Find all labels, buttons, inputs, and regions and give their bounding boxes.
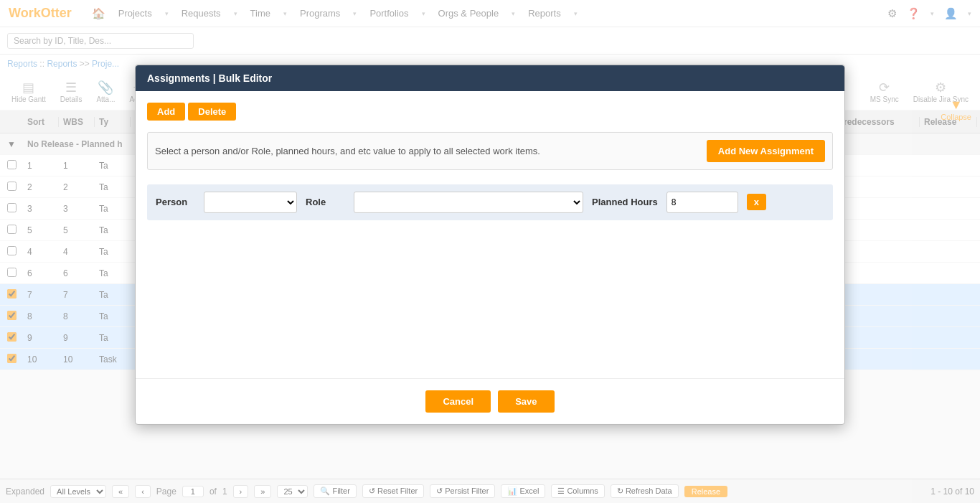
cancel-button[interactable]: Cancel xyxy=(425,390,491,412)
modal-instruction-row: Select a person and/or Role, planned hou… xyxy=(147,131,833,169)
assignment-row: Person Role Planned Hours x xyxy=(147,184,833,220)
hours-label: Planned Hours xyxy=(592,197,658,207)
person-label: Person xyxy=(156,197,195,207)
add-new-assignment-button[interactable]: Add New Assignment xyxy=(707,139,825,161)
bulk-editor-modal: Assignments | Bulk Editor Add Delete Sel… xyxy=(135,64,845,424)
modal-footer: Cancel Save xyxy=(136,377,844,423)
remove-row-button[interactable]: x xyxy=(747,194,766,210)
modal-delete-button[interactable]: Delete xyxy=(188,102,236,120)
role-select[interactable] xyxy=(354,191,583,212)
modal-instruction: Select a person and/or Role, planned hou… xyxy=(155,145,695,156)
modal-body: Add Delete Select a person and/or Role, … xyxy=(136,90,844,377)
modal-add-button[interactable]: Add xyxy=(147,102,185,120)
modal-header: Assignments | Bulk Editor xyxy=(136,65,844,90)
person-select[interactable] xyxy=(204,191,297,212)
modal-title: Assignments | Bulk Editor xyxy=(147,72,272,83)
modal-toolbar: Add Delete xyxy=(147,102,833,120)
role-label: Role xyxy=(306,197,345,207)
planned-hours-input[interactable] xyxy=(666,191,738,212)
save-button[interactable]: Save xyxy=(498,390,554,412)
